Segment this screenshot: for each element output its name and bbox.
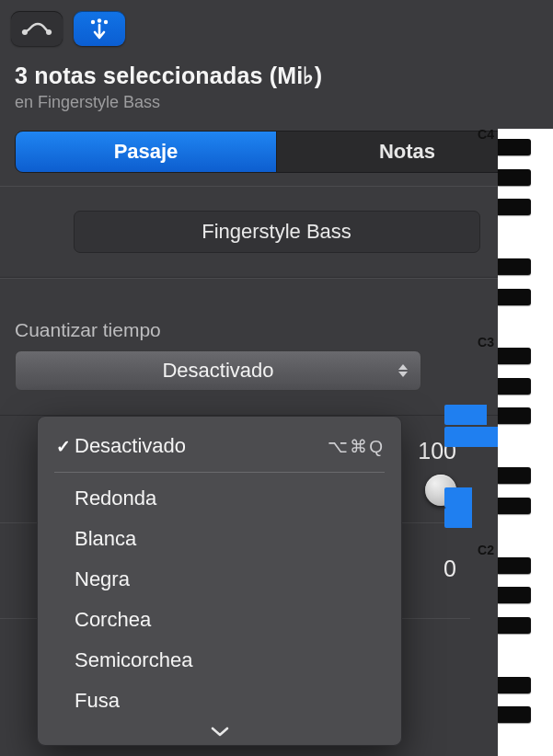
- svg-point-2: [91, 20, 95, 24]
- automation-button[interactable]: [11, 11, 63, 46]
- piano-white-key[interactable]: [498, 517, 553, 547]
- piano-black-key[interactable]: [498, 498, 531, 514]
- octave-label-c4: C4: [472, 127, 494, 142]
- piano-black-key[interactable]: [498, 348, 531, 364]
- piano-black-key[interactable]: [498, 378, 531, 395]
- piano-black-key[interactable]: [498, 587, 531, 603]
- chevron-down-icon: [210, 725, 230, 738]
- piano-ruler: C4 C3 C2: [470, 129, 553, 756]
- piano-black-key[interactable]: [498, 617, 531, 634]
- quantize-menu: ✓ Desactivado ⌥⌘Q Redonda Blanca Negra C…: [37, 416, 402, 746]
- midi-in-button[interactable]: [74, 11, 125, 46]
- quantize-menu-item-blanca[interactable]: Blanca: [38, 519, 401, 559]
- piano-black-key[interactable]: [498, 289, 531, 305]
- check-icon: ✓: [52, 436, 75, 457]
- svg-point-0: [22, 29, 28, 35]
- piano-white-key[interactable]: [498, 727, 553, 756]
- quantize-menu-item-negra[interactable]: Negra: [38, 559, 401, 600]
- octave-label-c2: C2: [472, 543, 494, 557]
- inspector-tabs: Pasaje Notas: [15, 131, 538, 173]
- inspector-toolbar: [0, 0, 553, 46]
- piano-white-key[interactable]: [498, 308, 553, 338]
- inspector-header: 3 notas seleccionadas (Mi♭) en Fingersty…: [0, 46, 553, 120]
- quantize-menu-item-redonda[interactable]: Redonda: [38, 478, 401, 519]
- piano-black-key[interactable]: [498, 677, 531, 693]
- menu-divider: [54, 472, 385, 473]
- automation-curve-icon: [21, 19, 52, 38]
- note-highlight: [444, 427, 500, 447]
- region-name-field[interactable]: Fingerstyle Bass: [74, 211, 480, 253]
- tab-region[interactable]: Pasaje: [16, 132, 277, 172]
- piano-black-key[interactable]: [498, 199, 531, 215]
- piano-white-key[interactable]: [498, 218, 553, 248]
- piano-black-key[interactable]: [498, 706, 531, 723]
- quantize-dropdown[interactable]: Desactivado: [15, 350, 421, 391]
- piano-black-key[interactable]: [498, 467, 531, 484]
- quantize-label: Cuantizar tiempo: [15, 319, 538, 341]
- menu-more-indicator[interactable]: [38, 721, 401, 739]
- quantize-menu-item-semicorchea[interactable]: Semicorchea: [38, 640, 401, 681]
- note-highlight: [444, 405, 487, 425]
- midi-in-icon: [86, 17, 112, 40]
- selection-title: 3 notas seleccionadas (Mi♭): [15, 63, 538, 89]
- piano-keys[interactable]: [498, 129, 553, 756]
- svg-point-3: [98, 18, 101, 22]
- note-highlight: [444, 487, 472, 508]
- piano-black-key[interactable]: [498, 258, 531, 275]
- dropdown-stepper-icon: [398, 359, 415, 383]
- selection-subtitle: en Fingerstyle Bass: [15, 93, 538, 112]
- piano-black-key[interactable]: [498, 407, 531, 424]
- piano-black-key[interactable]: [498, 139, 531, 155]
- piano-white-key[interactable]: [498, 636, 553, 667]
- quantize-menu-item-fusa[interactable]: Fusa: [38, 681, 401, 721]
- piano-black-key[interactable]: [498, 557, 531, 574]
- piano-black-key[interactable]: [498, 169, 531, 186]
- svg-point-1: [46, 29, 52, 35]
- menu-shortcut: ⌥⌘Q: [328, 436, 385, 457]
- octave-label-c3: C3: [472, 335, 494, 349]
- quantize-menu-item-corchea[interactable]: Corchea: [38, 600, 401, 640]
- svg-point-4: [104, 20, 108, 24]
- note-highlight: [444, 508, 472, 528]
- piano-white-key[interactable]: [498, 428, 553, 458]
- quantize-selected-value: Desactivado: [162, 359, 273, 383]
- quantize-menu-item-desactivado[interactable]: ✓ Desactivado ⌥⌘Q: [38, 426, 401, 466]
